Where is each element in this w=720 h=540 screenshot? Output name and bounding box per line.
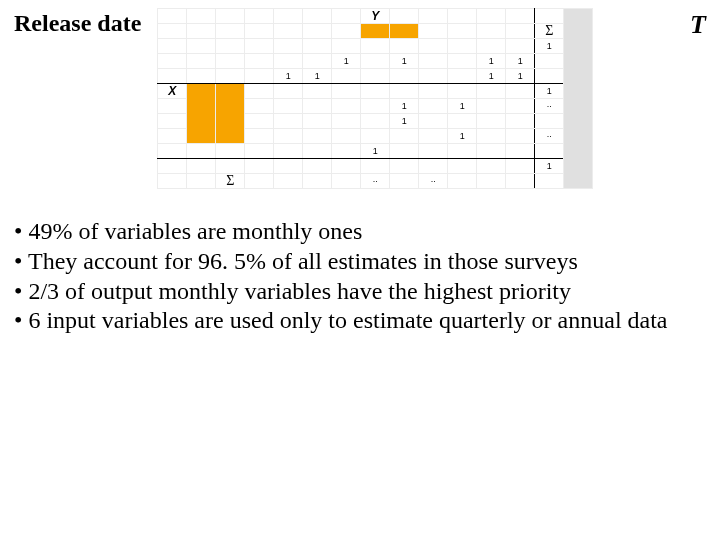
cell-one: 1	[535, 39, 564, 54]
orange-block	[187, 84, 216, 144]
cell-one: 1	[506, 69, 535, 84]
orange-cell	[390, 24, 419, 39]
cell-one: 1	[477, 54, 506, 69]
cell-one: 1	[274, 69, 303, 84]
cell-one: 1	[477, 69, 506, 84]
list-item: 2/3 of output monthly variables have the…	[14, 277, 706, 307]
t-label: T	[666, 8, 706, 40]
release-date-label: Release date	[14, 8, 149, 37]
cell-one: 1	[390, 99, 419, 114]
orange-block	[216, 84, 245, 144]
orange-cell	[361, 24, 390, 39]
cell-one: 1	[303, 69, 332, 84]
cell-one: 1	[448, 99, 477, 114]
sigma-top: Σ	[535, 24, 564, 39]
cell-one: 1	[535, 159, 564, 174]
grid-wrapper: Y Σ 1 1 1	[149, 8, 666, 189]
cell-one: 1	[390, 54, 419, 69]
cell-dots: ··	[535, 129, 564, 144]
cell-dots: ··	[535, 99, 564, 114]
sigma-bottom: Σ	[216, 174, 245, 189]
cell-one: 1	[390, 114, 419, 129]
cell-dots: ··	[419, 174, 448, 189]
cell-one: 1	[361, 144, 390, 159]
list-item: 49% of variables are monthly ones	[14, 217, 706, 247]
top-row: Release date Y Σ 1	[14, 8, 706, 189]
cell-one: 1	[535, 84, 564, 99]
cell-one: 1	[332, 54, 361, 69]
grey-column	[564, 9, 593, 189]
bullet-list: 49% of variables are monthly ones They a…	[14, 217, 706, 336]
cell-one: 1	[448, 129, 477, 144]
cell-dots: ··	[361, 174, 390, 189]
data-grid: Y Σ 1 1 1	[157, 8, 593, 189]
cell-one: 1	[506, 54, 535, 69]
list-item: They account for 96. 5% of all estimates…	[14, 247, 706, 277]
y-label: Y	[361, 9, 390, 24]
list-item: 6 input variables are used only to estim…	[14, 306, 706, 336]
x-label: X	[158, 84, 187, 99]
